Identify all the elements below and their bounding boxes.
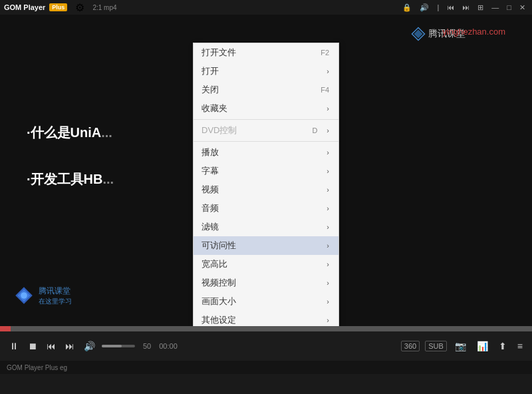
360-badge[interactable]: 360	[401, 341, 420, 351]
volume-icon: 🔊	[417, 3, 432, 12]
context-menu: 打开文件 F2 打开 › 关闭 F4 收藏夹 › DVD控制 D› 播放 › 字…	[193, 43, 339, 326]
lock-icon: 🔒	[400, 3, 414, 12]
controls-right: 360 SUB 📷 📊 ⬆ ≡	[401, 339, 525, 353]
sub-badge[interactable]: SUB	[425, 341, 447, 351]
window-controls: 🔒 🔊 | ⏮ ⏭ ⊞ — □ ✕	[400, 3, 528, 12]
menu-item-dvd: DVD控制 D›	[194, 121, 338, 140]
qq-classroom-logo: 腾讯课堂 在这里学习	[13, 285, 72, 306]
settings-icon[interactable]: ⚙	[75, 1, 84, 14]
next-track-button[interactable]: ⏭	[63, 339, 77, 353]
menu-item-video[interactable]: 视频 ›	[194, 180, 338, 199]
stop-button[interactable]: ⏹	[25, 339, 40, 353]
separator-1	[194, 119, 338, 120]
next-icon[interactable]: ⏭	[460, 3, 472, 11]
equalizer-button[interactable]: 📊	[474, 339, 491, 353]
watermark: yinghezhan.com	[442, 27, 505, 37]
volume-button[interactable]: 🔊	[81, 339, 98, 353]
app-name: GOM Player	[4, 3, 45, 11]
title-bar-left: GOM Player Plus ⚙ 2:1 mp4	[4, 1, 117, 14]
menu-item-subtitle[interactable]: 字幕 ›	[194, 162, 338, 180]
menu-item-close[interactable]: 关闭 F4	[194, 81, 338, 99]
progress-area[interactable]	[0, 326, 532, 331]
grid-icon[interactable]: ⊞	[475, 3, 486, 12]
minimize-button[interactable]: —	[489, 3, 501, 11]
menu-item-open[interactable]: 打开 ›	[194, 62, 338, 81]
svg-point-4	[21, 292, 27, 299]
video-text-1: ·什么是UniA...	[27, 124, 112, 142]
volume-track	[102, 345, 135, 347]
screenshot-button[interactable]: 📷	[452, 339, 469, 353]
menu-item-screen-size[interactable]: 画面大小 ›	[194, 292, 338, 311]
menu-item-aspect-ratio[interactable]: 宽高比 ›	[194, 255, 338, 274]
title-bar: GOM Player Plus ⚙ 2:1 mp4 🔒 🔊 | ⏮ ⏭ ⊞ — …	[0, 0, 532, 15]
volume-slider[interactable]	[102, 345, 135, 347]
close-button[interactable]: ✕	[517, 3, 528, 12]
menu-item-filter[interactable]: 滤镜 ›	[194, 218, 338, 236]
menu-item-open-file[interactable]: 打开文件 F2	[194, 43, 338, 62]
progress-filled	[0, 326, 11, 331]
volume-fill	[102, 345, 122, 347]
prev-icon[interactable]: ⏮	[444, 3, 457, 11]
video-area: 腾讯课堂 yinghezhan.com ·什么是UniA... 预告App多端演…	[0, 15, 532, 326]
menu-item-accessibility[interactable]: 可访问性 ›	[194, 236, 338, 255]
menu-item-audio[interactable]: 音频 ›	[194, 199, 338, 218]
separator-icon: |	[434, 3, 442, 11]
video-text-2: ·开发工具HB...	[27, 170, 114, 188]
qq-classroom-name: 腾讯课堂	[39, 286, 72, 297]
status-bar: GOM Player Plus eg	[0, 361, 532, 374]
upload-button[interactable]: ⬆	[496, 339, 509, 353]
time-display: 00:00	[159, 342, 178, 350]
separator-2	[194, 141, 338, 142]
progress-bar	[0, 326, 532, 331]
status-watermark: GOM Player Plus eg	[7, 364, 67, 371]
plus-badge: Plus	[49, 3, 67, 11]
maximize-button[interactable]: □	[504, 3, 514, 11]
qq-classroom-sub: 在这里学习	[39, 297, 72, 306]
filename: 2:1 mp4	[92, 4, 116, 11]
pause-button[interactable]: ⏸	[7, 339, 21, 353]
menu-item-play[interactable]: 播放 ›	[194, 143, 338, 162]
menu-item-other-settings[interactable]: 其他设定 ›	[194, 311, 338, 326]
menu-item-video-control[interactable]: 视频控制 ›	[194, 274, 338, 292]
prev-track-button[interactable]: ⏮	[44, 339, 59, 353]
controls-bar: ⏸ ⏹ ⏮ ⏭ 🔊 50 00:00 360 SUB 📷 📊 ⬆ ≡	[0, 331, 532, 361]
volume-value: 50	[143, 342, 151, 350]
menu-item-favorites[interactable]: 收藏夹 ›	[194, 99, 338, 118]
menu-button[interactable]: ≡	[515, 339, 525, 353]
